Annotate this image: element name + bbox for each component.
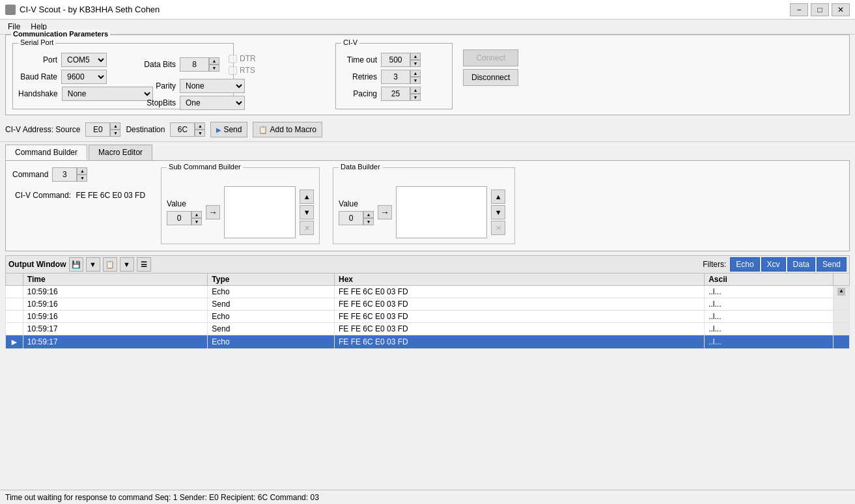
sub-command-builder-group: Sub Command Builder Value ▲ ▼ → [161, 167, 320, 244]
sub-down-button[interactable]: ▼ [300, 205, 314, 219]
save-dropdown-btn[interactable]: ▼ [86, 257, 100, 272]
scroll-cell [834, 298, 850, 311]
filter-xcv-btn[interactable]: Xcv [761, 257, 786, 272]
retries-spinner-btns: ▲ ▼ [410, 70, 421, 84]
data-value-col: Value ▲ ▼ [339, 199, 374, 225]
cell-time: 10:59:17 [23, 335, 207, 349]
baud-rate-select[interactable]: 9600 [61, 70, 107, 84]
sub-value-spinner: ▲ ▼ [167, 211, 202, 225]
civ-source-up[interactable]: ▲ [110, 122, 120, 130]
retries-row: Retries ▲ ▼ [341, 70, 447, 84]
clear-icon-btn[interactable]: ☰ [137, 257, 151, 272]
sub-listbox[interactable] [224, 186, 296, 238]
sub-value-down[interactable]: ▼ [191, 218, 202, 225]
command-row: Command ▲ ▼ [12, 167, 148, 182]
timeout-spinner: ▲ ▼ [381, 53, 421, 67]
copy-dropdown-btn[interactable]: ▼ [120, 257, 134, 272]
data-bits-up[interactable]: ▲ [209, 57, 219, 64]
command-up[interactable]: ▲ [77, 167, 87, 175]
copy-icon-btn[interactable]: 📋 [103, 257, 117, 272]
command-section: Command ▲ ▼ CI-V Command: FE FE 6C E0 03… [12, 167, 148, 203]
retries-input[interactable] [381, 70, 410, 84]
send-button[interactable]: ▶ Send [210, 122, 247, 137]
data-delete-button[interactable]: ✕ [491, 221, 505, 235]
tab-macro-editor[interactable]: Macro Editor [89, 145, 152, 160]
pacing-row: Pacing ▲ ▼ [341, 87, 447, 101]
command-btns: ▲ ▼ [77, 167, 87, 182]
save-icon-btn[interactable]: 💾 [69, 257, 83, 272]
add-to-macro-button[interactable]: 📋 Add to Macro [253, 122, 322, 137]
civ-source-down[interactable]: ▼ [110, 130, 120, 137]
retries-down[interactable]: ▼ [410, 77, 421, 84]
port-select[interactable]: COM5 [61, 53, 107, 67]
data-down-button[interactable]: ▼ [491, 205, 505, 219]
maximize-button[interactable]: □ [811, 3, 829, 16]
data-value-input[interactable] [339, 211, 363, 225]
tab-command-builder[interactable]: Command Builder [5, 145, 87, 160]
sub-value-up[interactable]: ▲ [191, 211, 202, 218]
command-input[interactable] [52, 167, 77, 182]
table-row[interactable]: 10:59:16SendFE FE 6C E0 03 FD..l... [6, 298, 850, 311]
data-value-spinner: ▲ ▼ [339, 211, 374, 225]
command-down[interactable]: ▼ [77, 175, 87, 182]
scroll-cell: ▲ [834, 286, 850, 298]
stop-bits-select[interactable]: One [180, 96, 245, 110]
cell-ascii: ..l... [705, 323, 834, 335]
timeout-input[interactable] [381, 53, 410, 67]
scrollbar-thumb[interactable]: ▲ [837, 288, 845, 296]
data-listbox[interactable] [396, 186, 487, 238]
filter-data-btn[interactable]: Data [787, 257, 815, 272]
table-row[interactable]: 10:59:16EchoFE FE 6C E0 03 FD..l... [6, 311, 850, 323]
sub-up-button[interactable]: ▲ [300, 189, 314, 204]
data-value-up[interactable]: ▲ [363, 211, 374, 218]
filter-echo-btn[interactable]: Echo [730, 257, 759, 272]
civ-destination-up[interactable]: ▲ [195, 122, 205, 130]
sub-command-builder-title: Sub Command Builder [167, 163, 243, 171]
filter-send-btn[interactable]: Send [817, 257, 847, 272]
handshake-select[interactable]: None [62, 87, 153, 101]
table-row[interactable]: 10:59:17SendFE FE 6C E0 03 FD..l... [6, 323, 850, 335]
table-row[interactable]: 10:59:16EchoFE FE 6C E0 03 FD..l...▲ [6, 286, 850, 298]
sub-value-col: Value ▲ ▼ [167, 199, 202, 225]
sub-add-button[interactable]: → [206, 205, 220, 219]
row-arrow-cell [6, 323, 23, 335]
data-bits-input[interactable] [180, 57, 209, 72]
filters-label: Filters: [703, 260, 726, 269]
retries-spinner: ▲ ▼ [381, 70, 421, 84]
window-title: CI-V Scout - by KB3HHA Seth Cohen [20, 5, 160, 14]
data-add-button[interactable]: → [378, 205, 392, 219]
scroll-cell [834, 335, 850, 349]
connect-group: Connect Disconnect [463, 49, 518, 86]
data-up-button[interactable]: ▲ [491, 189, 505, 204]
sub-value-label: Value [167, 199, 202, 208]
rts-checkbox[interactable] [229, 66, 237, 75]
comm-params-box: Communication Parameters Serial Port Por… [5, 35, 850, 115]
minimize-button[interactable]: − [790, 3, 808, 16]
timeout-down[interactable]: ▼ [410, 60, 421, 67]
disconnect-button[interactable]: Disconnect [463, 69, 518, 86]
pacing-input[interactable] [381, 87, 410, 101]
table-row[interactable]: ►10:59:17EchoFE FE 6C E0 03 FD..l... [6, 335, 850, 349]
data-bits-spinner-btns: ▲ ▼ [209, 57, 219, 72]
cell-time: 10:59:16 [23, 286, 207, 298]
pacing-down[interactable]: ▼ [410, 94, 421, 101]
civ-source-input[interactable] [85, 122, 110, 137]
parity-select[interactable]: None [180, 79, 245, 93]
sub-value-input[interactable] [167, 211, 191, 225]
col-scroll [834, 273, 850, 286]
connect-button[interactable]: Connect [463, 49, 518, 66]
civ-destination-down[interactable]: ▼ [195, 130, 205, 137]
close-button[interactable]: ✕ [832, 3, 850, 16]
civ-cmd-label: CI-V Command: [15, 191, 71, 200]
cell-hex: FE FE 6C E0 03 FD [335, 286, 705, 298]
dtr-checkbox[interactable] [229, 55, 237, 63]
pacing-up[interactable]: ▲ [410, 87, 421, 94]
output-table-wrapper[interactable]: Time Type Hex Ascii 10:59:16EchoFE FE 6C… [5, 273, 850, 488]
sub-delete-button[interactable]: ✕ [300, 221, 314, 235]
data-bits-down[interactable]: ▼ [209, 64, 219, 72]
status-bar: Time out waiting for response to command… [0, 490, 855, 504]
timeout-up[interactable]: ▲ [410, 53, 421, 60]
retries-up[interactable]: ▲ [410, 70, 421, 77]
civ-destination-input[interactable] [170, 122, 195, 137]
data-value-down[interactable]: ▼ [363, 218, 374, 225]
